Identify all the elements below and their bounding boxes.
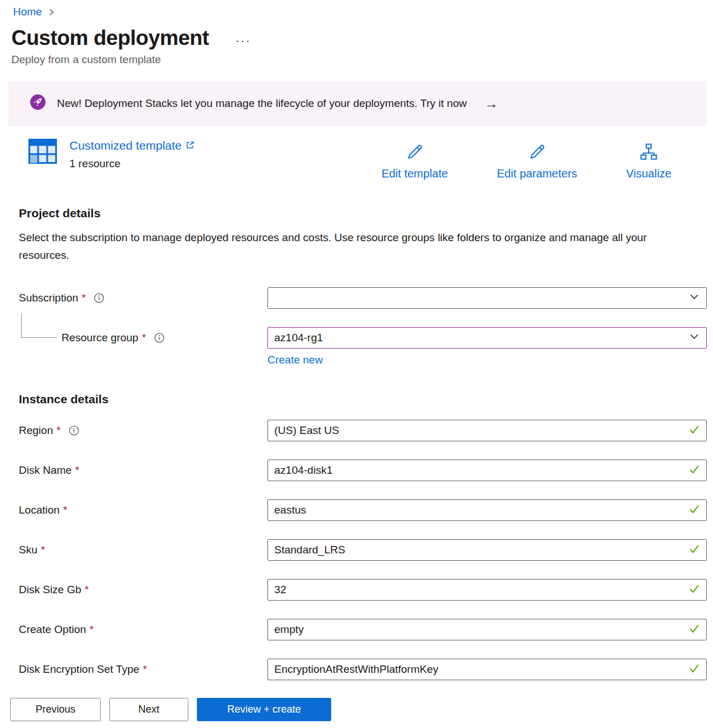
- required-asterisk: *: [89, 623, 93, 636]
- next-button[interactable]: Next: [109, 698, 188, 721]
- field-label: Disk Encryption Set Type*: [19, 663, 267, 676]
- subscription-row: Subscription*: [11, 287, 707, 309]
- required-asterisk: *: [142, 332, 146, 344]
- info-icon[interactable]: [154, 333, 164, 343]
- more-options-button[interactable]: ···: [235, 35, 251, 47]
- disk-size-gb-input[interactable]: [267, 579, 707, 601]
- tree-connector: [21, 313, 57, 338]
- disk-name-input[interactable]: [267, 460, 707, 481]
- region-row: Region*: [11, 420, 707, 441]
- template-actions: Edit template Edit parameters: [381, 142, 707, 180]
- field-label: Create Option*: [19, 623, 267, 636]
- field-label: Disk Name*: [19, 464, 267, 477]
- review-create-button[interactable]: Review + create: [197, 698, 331, 721]
- create-option-input[interactable]: [267, 619, 707, 640]
- chevron-right-icon: [48, 8, 55, 16]
- instance-details-heading: Instance details: [11, 392, 707, 406]
- region-input[interactable]: [267, 420, 707, 441]
- sku-row: Sku*: [11, 539, 707, 561]
- breadcrumb-home-link[interactable]: Home: [13, 6, 42, 18]
- required-asterisk: *: [56, 424, 60, 437]
- required-asterisk: *: [75, 464, 79, 477]
- field-label: Disk Size Gb*: [19, 584, 267, 596]
- arrow-right-icon[interactable]: →: [484, 96, 498, 111]
- resource-group-select[interactable]: az104-rg1: [267, 327, 707, 349]
- location-input[interactable]: [267, 499, 707, 521]
- disk-encryption-set-type-input[interactable]: [267, 659, 707, 680]
- required-asterisk: *: [41, 544, 45, 556]
- deployment-stacks-banner[interactable]: New! Deployment Stacks let you manage th…: [9, 81, 707, 126]
- disk-size-gb-row: Disk Size Gb*: [11, 579, 707, 601]
- template-row: Customized template 1 resource: [11, 139, 707, 180]
- footer-bar: Previous Next Review + create: [0, 690, 713, 728]
- page-subtitle: Deploy from a custom template: [11, 53, 707, 66]
- previous-button[interactable]: Previous: [10, 698, 101, 721]
- pencil-icon: [527, 142, 547, 164]
- disk-name-row: Disk Name*: [11, 460, 707, 481]
- required-asterisk: *: [63, 504, 67, 516]
- field-label: Sku*: [19, 544, 267, 556]
- banner-message: New! Deployment Stacks let you manage th…: [57, 97, 467, 110]
- required-asterisk: *: [143, 663, 147, 676]
- required-asterisk: *: [82, 292, 86, 304]
- visualize-icon: [639, 142, 658, 164]
- edit-template-button[interactable]: Edit template: [381, 142, 448, 180]
- template-card: Customized template 1 resource: [28, 139, 195, 170]
- rocket-icon: [30, 94, 46, 113]
- info-icon[interactable]: [94, 293, 104, 303]
- edit-parameters-button[interactable]: Edit parameters: [497, 142, 577, 180]
- location-row: Location*: [11, 499, 707, 521]
- project-details-description: Select the subscription to manage deploy…: [11, 229, 671, 264]
- project-details-heading: Project details: [11, 206, 707, 220]
- subscription-select[interactable]: [267, 287, 707, 309]
- required-asterisk: *: [85, 584, 89, 596]
- title-row: Custom deployment ···: [11, 26, 707, 50]
- field-label: Location*: [19, 504, 267, 516]
- external-link-icon: [186, 139, 195, 152]
- sku-input[interactable]: [267, 539, 707, 561]
- create-option-row: Create Option*: [11, 619, 707, 640]
- pencil-icon: [405, 142, 424, 164]
- customized-template-link[interactable]: Customized template: [69, 139, 195, 152]
- field-label: Region*: [19, 424, 267, 437]
- info-icon[interactable]: [69, 425, 79, 436]
- template-icon: [28, 139, 57, 170]
- create-new-row: Create new: [11, 354, 707, 366]
- breadcrumb: Home: [11, 6, 707, 18]
- visualize-button[interactable]: Visualize: [626, 142, 671, 180]
- page-content: Home Custom deployment ··· Deploy from a…: [0, 0, 713, 680]
- resource-group-row: Resource group* az104-rg1: [11, 327, 707, 349]
- resource-count: 1 resource: [69, 158, 195, 170]
- page-title: Custom deployment: [11, 26, 209, 50]
- create-new-link[interactable]: Create new: [267, 354, 323, 366]
- field-label: Subscription*: [19, 292, 267, 304]
- disk-encryption-set-type-row: Disk Encryption Set Type*: [11, 659, 707, 680]
